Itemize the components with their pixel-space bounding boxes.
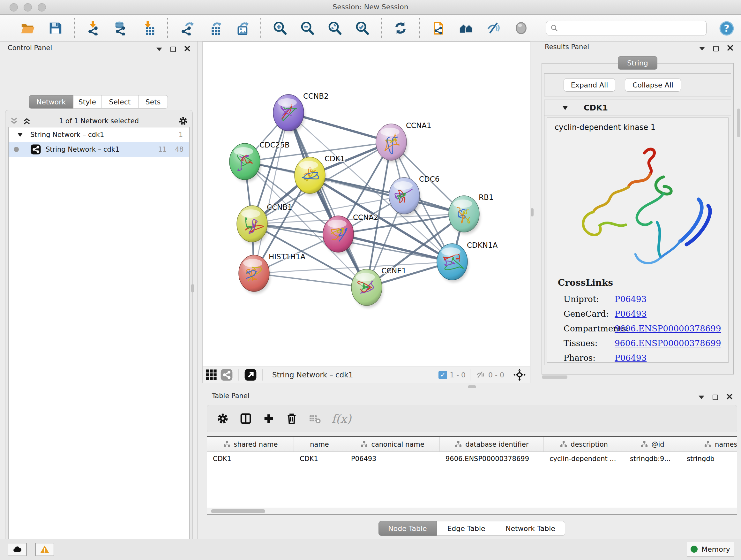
zoom-selected-button[interactable] bbox=[354, 20, 370, 36]
crosslink-label: Uniprot: bbox=[563, 294, 615, 304]
node-label-CCNB2: CCNB2 bbox=[303, 92, 329, 100]
results-vertical-scrollbar[interactable] bbox=[737, 109, 740, 137]
help-button[interactable]: ? bbox=[719, 21, 734, 36]
save-button[interactable] bbox=[47, 20, 63, 36]
warning-button[interactable] bbox=[35, 543, 54, 556]
column-header-description[interactable]: description bbox=[544, 437, 624, 451]
results-panel-close-button[interactable] bbox=[727, 45, 733, 52]
zoom-in-button[interactable] bbox=[272, 20, 288, 36]
tab-sets[interactable]: Sets bbox=[138, 95, 168, 109]
export-network-button[interactable] bbox=[179, 20, 195, 36]
protein-entry-header[interactable]: CDK1 bbox=[544, 100, 731, 116]
column-header-shared-name[interactable]: shared name bbox=[207, 437, 294, 451]
column-header-@id[interactable]: @id bbox=[624, 437, 681, 451]
import-table-button[interactable] bbox=[140, 20, 156, 36]
entry-expander-icon[interactable] bbox=[562, 105, 568, 111]
zoom-fit-button[interactable] bbox=[327, 20, 343, 36]
tab-select[interactable]: Select bbox=[102, 95, 138, 109]
tab-node-table[interactable]: Node Table bbox=[379, 521, 437, 536]
tab-edge-table[interactable]: Edge Table bbox=[437, 521, 496, 536]
cloud-button[interactable] bbox=[8, 543, 27, 556]
tab-network-table[interactable]: Network Table bbox=[496, 521, 565, 536]
collapse-all-button[interactable]: Collapse All bbox=[625, 78, 681, 91]
expand-all-button[interactable]: Expand All bbox=[563, 78, 615, 91]
edge-CDK1-RB1[interactable] bbox=[310, 175, 464, 214]
crosslink-link[interactable]: P06493 bbox=[615, 309, 647, 319]
tab-string[interactable]: String bbox=[618, 56, 657, 70]
results-horizontal-scrollbar[interactable] bbox=[542, 375, 567, 379]
table-toolbar: f(x) bbox=[207, 405, 737, 432]
import-network-button[interactable] bbox=[85, 20, 102, 36]
tree-expander-icon[interactable] bbox=[17, 132, 23, 138]
node-RB1[interactable] bbox=[449, 196, 479, 232]
gear-icon[interactable] bbox=[215, 411, 230, 426]
table-panel-close-button[interactable] bbox=[726, 393, 733, 401]
node-CDK1[interactable] bbox=[294, 157, 325, 193]
crosslink-link[interactable]: 9606.ENSP00000378699 bbox=[615, 338, 721, 348]
tab-style[interactable]: Style bbox=[73, 95, 102, 109]
search-field[interactable] bbox=[546, 21, 706, 36]
table-row[interactable]: CDK1CDK1P064939606.ENSP00000378699cyclin… bbox=[207, 452, 737, 466]
horizontal-splitter-handle[interactable] bbox=[468, 385, 476, 388]
eye-hide-button[interactable] bbox=[486, 20, 502, 36]
node-CCNA1[interactable] bbox=[376, 124, 407, 160]
node-CCNB2[interactable] bbox=[273, 95, 304, 131]
network-canvas[interactable]: CCNB2CCNA1CDC25BCDK1CDC6RB1CCNB1CCNA2CDK… bbox=[202, 42, 530, 367]
table-panel-title: Table Panel bbox=[212, 392, 250, 400]
birdseye-view-icon[interactable] bbox=[243, 368, 258, 382]
control-panel-collapse-icon[interactable] bbox=[156, 48, 162, 51]
split-panel-icon[interactable] bbox=[239, 411, 253, 426]
table-horizontal-scrollbar[interactable] bbox=[207, 508, 737, 514]
column-header-database-identifier[interactable]: database identifier bbox=[440, 437, 544, 451]
grid-view-icon[interactable] bbox=[204, 368, 219, 382]
search-input[interactable] bbox=[558, 22, 706, 35]
edge-CCNB2-CCNE1[interactable] bbox=[288, 113, 367, 287]
network-list-header: 1 of 1 Network selected bbox=[10, 115, 188, 127]
memory-button[interactable]: Memory bbox=[687, 542, 734, 557]
node-HIST1H1A[interactable] bbox=[239, 255, 269, 292]
share-view-icon[interactable] bbox=[219, 368, 234, 382]
results-panel-float-button[interactable] bbox=[713, 46, 719, 51]
column-header-namespace[interactable]: namespace bbox=[681, 437, 737, 451]
control-panel-float-button[interactable] bbox=[171, 47, 176, 52]
table-panel-collapse-icon[interactable] bbox=[698, 395, 704, 399]
network-collection-row[interactable]: String Network – cdk1 1 bbox=[9, 127, 189, 142]
eye-button[interactable] bbox=[513, 20, 529, 36]
zoom-out-button[interactable] bbox=[299, 20, 315, 36]
node-CCNA2[interactable] bbox=[323, 216, 354, 252]
node-CDC25B[interactable] bbox=[229, 143, 260, 180]
vertical-splitter-handle[interactable] bbox=[531, 208, 534, 216]
table-panel-float-button[interactable] bbox=[713, 395, 718, 400]
node-CDC6[interactable] bbox=[389, 178, 420, 214]
network-graph[interactable]: CCNB2CCNA1CDC25BCDK1CDC6RB1CCNB1CCNA2CDK… bbox=[203, 42, 530, 366]
document-share-button[interactable] bbox=[431, 20, 447, 36]
refresh-button[interactable] bbox=[393, 20, 408, 36]
node-CCNB1[interactable] bbox=[237, 206, 267, 242]
delete-column-icon[interactable] bbox=[284, 411, 299, 426]
selected-checkbox-icon[interactable]: ✓ bbox=[439, 371, 447, 379]
scrollbar-thumb[interactable] bbox=[211, 509, 265, 513]
crosslink-link[interactable]: P06493 bbox=[615, 353, 647, 363]
node-CDKN1A[interactable] bbox=[437, 244, 468, 280]
edge-HIST1H1A-CCNE1[interactable] bbox=[254, 273, 367, 287]
home-button[interactable] bbox=[458, 20, 474, 36]
import-database-button[interactable] bbox=[113, 20, 129, 36]
export-table-button[interactable] bbox=[206, 20, 222, 36]
expand-collapse-box: Expand All Collapse All bbox=[544, 73, 731, 97]
node-CCNE1[interactable] bbox=[351, 269, 382, 306]
control-panel-close-button[interactable] bbox=[184, 45, 191, 53]
export-image-button[interactable] bbox=[233, 20, 250, 36]
pan-crosshair-icon[interactable] bbox=[514, 369, 526, 381]
tab-network[interactable]: Network bbox=[29, 95, 73, 109]
open-folder-button[interactable] bbox=[20, 20, 36, 36]
crosslink-row: Pharos:P06493 bbox=[563, 351, 723, 365]
edge-CCNB2-HIST1H1A[interactable] bbox=[254, 113, 288, 273]
network-row[interactable]: String Network – cdk1 11 48 bbox=[9, 142, 189, 157]
results-panel-collapse-icon[interactable] bbox=[699, 47, 705, 51]
column-header-name[interactable]: name bbox=[294, 437, 345, 451]
add-column-icon[interactable] bbox=[261, 411, 276, 426]
crosslink-link[interactable]: 9606.ENSP00000378699 bbox=[615, 324, 721, 333]
panel-splitter-handle[interactable] bbox=[191, 284, 194, 293]
column-header-canonical-name[interactable]: canonical name bbox=[345, 437, 440, 451]
crosslink-link[interactable]: P06493 bbox=[615, 294, 647, 304]
